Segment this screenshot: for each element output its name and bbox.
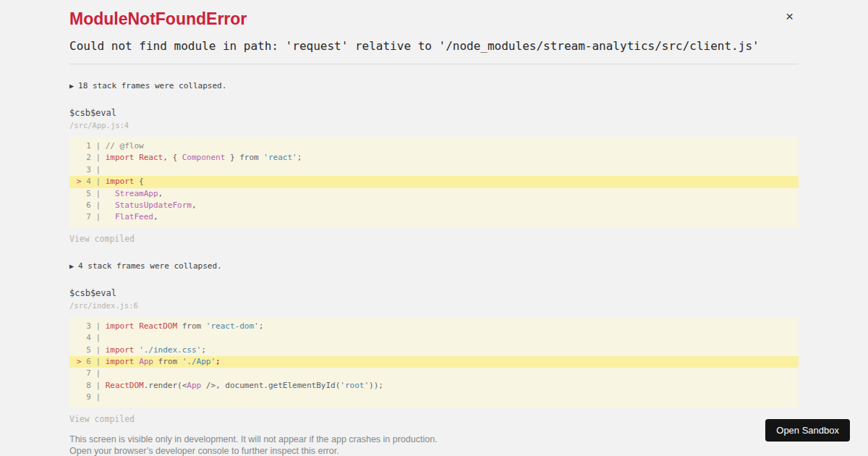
code-line: 9 | — [69, 392, 799, 403]
error-overlay: × ModuleNotFoundError Could not find mod… — [0, 0, 868, 456]
footer-notes: This screen is visible only in developme… — [69, 434, 799, 456]
collapsed-frames-label: 4 stack frames were collapsed. — [78, 261, 222, 271]
code-line: > 4 | import { — [69, 176, 799, 187]
code-line: 5 | import './index.css'; — [69, 345, 799, 356]
code-line: 6 | StatusUpdateForm, — [69, 200, 799, 211]
stack-trace: ▶18 stack frames were collapsed.$csb$eva… — [69, 80, 799, 425]
close-icon[interactable]: × — [786, 9, 793, 23]
stack-frame-location: /src/App.js:4 — [69, 121, 799, 130]
code-frame: 1 | // @flow 2 | import React, { Compone… — [69, 137, 799, 227]
code-line: 5 | StreamApp, — [69, 188, 799, 200]
expand-arrow-icon: ▶ — [69, 262, 74, 270]
code-line: 7 | — [69, 368, 799, 379]
code-frame: 3 | import ReactDOM from 'react-dom'; 4 … — [69, 317, 799, 408]
code-line: 4 | — [69, 332, 799, 344]
view-compiled-link[interactable]: View compiled — [69, 414, 135, 424]
code-line: > 6 | import App from './App'; — [69, 356, 799, 368]
code-line: 1 | // @flow — [69, 140, 799, 152]
expand-arrow-icon: ▶ — [69, 82, 74, 90]
collapsed-frames-label: 18 stack frames were collapsed. — [78, 81, 226, 90]
stack-frame-function: $csb$eval — [69, 108, 799, 119]
collapsed-frames-toggle[interactable]: ▶18 stack frames were collapsed. — [69, 80, 799, 92]
stack-frame-location: /src/index.js:6 — [69, 301, 799, 311]
code-line: 3 | import ReactDOM from 'react-dom'; — [69, 321, 799, 332]
code-line: 3 | — [69, 164, 799, 176]
stack-frame-section: ▶18 stack frames were collapsed.$csb$eva… — [69, 80, 799, 245]
collapsed-frames-toggle[interactable]: ▶4 stack frames were collapsed. — [69, 261, 799, 272]
footer-note: Open your browser’s developer console to… — [69, 445, 799, 456]
error-message: Could not find module in path: 'request'… — [69, 39, 799, 54]
stack-frame-section: ▶4 stack frames were collapsed.$csb$eval… — [69, 261, 799, 425]
code-line: 8 | ReactDOM.render(<App />, document.ge… — [69, 380, 799, 392]
open-sandbox-button[interactable]: Open Sandbox — [765, 419, 850, 442]
code-line: 7 | FlatFeed, — [69, 211, 799, 223]
footer-note: This screen is visible only in developme… — [69, 434, 799, 446]
view-compiled-link[interactable]: View compiled — [69, 234, 135, 244]
code-line: 2 | import React, { Component } from 're… — [69, 152, 799, 164]
error-title: ModuleNotFoundError — [69, 9, 799, 29]
divider — [69, 64, 799, 64]
stack-frame-function: $csb$eval — [69, 288, 799, 299]
